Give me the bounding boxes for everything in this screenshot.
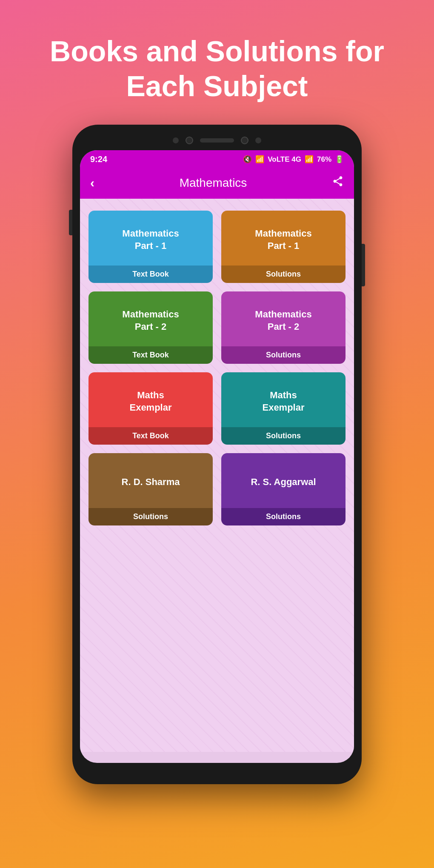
battery-text: 76% (317, 155, 331, 164)
sensor-camera-right (241, 137, 248, 144)
content-area: MathematicsPart - 1Text BookMathematicsP… (80, 199, 354, 752)
header-title: Mathematics (180, 176, 247, 190)
sensor-dot-right (255, 137, 261, 143)
status-icons: 🔇 📶 VoLTE 4G 📶 76% 🔋 (243, 155, 344, 164)
card-title-maths-exemplar-textbook: MathsExemplar (129, 389, 171, 414)
card-label-math-part2-solutions: Solutions (221, 346, 345, 364)
status-bar: 9:24 🔇 📶 VoLTE 4G 📶 76% 🔋 (80, 150, 354, 168)
network-text: VoLTE 4G (268, 155, 301, 164)
cards-grid: MathematicsPart - 1Text BookMathematicsP… (89, 211, 345, 525)
phone-screen: 9:24 🔇 📶 VoLTE 4G 📶 76% 🔋 ‹ Mathematics (80, 150, 354, 763)
card-math-part1-solutions[interactable]: MathematicsPart - 1Solutions (221, 211, 345, 283)
app-header: ‹ Mathematics (80, 168, 354, 199)
card-label-rd-sharma-solutions: Solutions (89, 508, 213, 525)
back-button[interactable]: ‹ (90, 176, 94, 190)
card-rs-aggarwal-solutions[interactable]: R. S. AggarwalSolutions (221, 453, 345, 525)
phone-top-sensors (80, 132, 354, 150)
mute-icon: 🔇 (243, 155, 252, 164)
card-title-math-part1-textbook: MathematicsPart - 1 (122, 228, 179, 252)
hero-title: Books and Solutions for Each Subject (0, 0, 434, 120)
card-title-math-part1-solutions: MathematicsPart - 1 (255, 228, 311, 252)
card-title-math-part2-solutions: MathematicsPart - 2 (255, 308, 311, 333)
card-math-part1-textbook[interactable]: MathematicsPart - 1Text Book (89, 211, 213, 283)
power-button (362, 244, 365, 286)
status-time: 9:24 (90, 154, 107, 164)
card-label-maths-exemplar-solutions: Solutions (221, 427, 345, 445)
volume-button (69, 210, 72, 235)
card-label-math-part1-solutions: Solutions (221, 266, 345, 283)
battery-icon: 🔋 (335, 155, 344, 164)
phone-mockup: 9:24 🔇 📶 VoLTE 4G 📶 76% 🔋 ‹ Mathematics (0, 125, 434, 784)
share-button[interactable] (332, 175, 344, 190)
signal-icon: 📶 (305, 155, 314, 164)
front-camera (186, 137, 193, 144)
sensor-dot-left (173, 137, 179, 143)
card-title-rd-sharma-solutions: R. D. Sharma (122, 476, 180, 488)
card-maths-exemplar-solutions[interactable]: MathsExemplarSolutions (221, 372, 345, 445)
card-label-maths-exemplar-textbook: Text Book (89, 427, 213, 445)
card-rd-sharma-solutions[interactable]: R. D. SharmaSolutions (89, 453, 213, 525)
card-maths-exemplar-textbook[interactable]: MathsExemplarText Book (89, 372, 213, 445)
card-math-part2-textbook[interactable]: MathematicsPart - 2Text Book (89, 291, 213, 364)
phone-frame: 9:24 🔇 📶 VoLTE 4G 📶 76% 🔋 ‹ Mathematics (72, 125, 362, 784)
speaker-grille (200, 138, 234, 143)
card-title-rs-aggarwal-solutions: R. S. Aggarwal (251, 476, 316, 488)
card-title-math-part2-textbook: MathematicsPart - 2 (122, 308, 179, 333)
wifi-icon: 📶 (255, 155, 264, 164)
card-label-math-part1-textbook: Text Book (89, 266, 213, 283)
card-math-part2-solutions[interactable]: MathematicsPart - 2Solutions (221, 291, 345, 364)
card-label-math-part2-textbook: Text Book (89, 346, 213, 364)
card-title-maths-exemplar-solutions: MathsExemplar (262, 389, 304, 414)
card-label-rs-aggarwal-solutions: Solutions (221, 508, 345, 525)
